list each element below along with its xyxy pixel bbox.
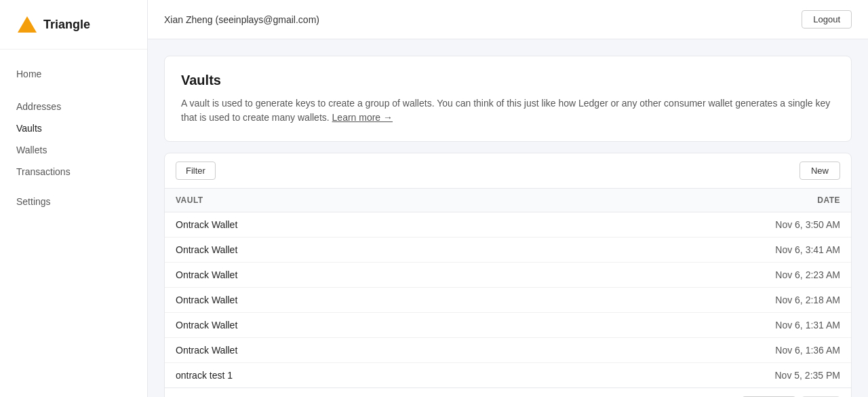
triangle-logo-icon — [16, 14, 38, 35]
sidebar-item-settings[interactable]: Settings — [0, 191, 147, 212]
sidebar-item-wallets[interactable]: Wallets — [0, 139, 147, 161]
vault-date-cell: Nov 6, 3:50 AM — [501, 212, 852, 238]
vaults-table-section: Filter New VAULT DATE Ontrack WalletNov … — [164, 153, 852, 397]
main-content: Xian Zheng (seeinplays@gmail.com) Logout… — [148, 0, 868, 397]
table-header-row: VAULT DATE — [165, 189, 851, 212]
vaults-description: A vault is used to generate keys to crea… — [181, 96, 835, 125]
table-row[interactable]: Ontrack WalletNov 6, 2:23 AM — [165, 263, 851, 288]
vaults-description-card: Vaults A vault is used to generate keys … — [164, 56, 852, 142]
vaults-table-body: Ontrack WalletNov 6, 3:50 AMOntrack Wall… — [165, 212, 851, 388]
vault-date-cell: Nov 6, 3:41 AM — [501, 238, 852, 263]
sidebar-item-vaults[interactable]: Vaults — [0, 117, 147, 139]
new-vault-button[interactable]: New — [800, 162, 840, 180]
sidebar-item-transactions[interactable]: Transactions — [0, 161, 147, 183]
sidebar-item-addresses[interactable]: Addresses — [0, 96, 147, 117]
vault-date-cell: Nov 6, 1:36 AM — [501, 338, 852, 363]
svg-marker-0 — [18, 16, 37, 33]
table-row[interactable]: Ontrack WalletNov 6, 1:36 AM — [165, 338, 851, 363]
table-footer: 7 results Previous Next — [165, 387, 851, 397]
learn-more-link[interactable]: Learn more → — [332, 111, 393, 125]
table-toolbar: Filter New — [165, 153, 851, 189]
filter-button[interactable]: Filter — [176, 162, 216, 180]
table-row[interactable]: Ontrack WalletNov 6, 3:50 AM — [165, 212, 851, 238]
col-vault-header: VAULT — [165, 189, 501, 212]
logout-button[interactable]: Logout — [802, 10, 852, 29]
vault-name-cell: Ontrack Wallet — [165, 263, 501, 288]
vault-date-cell: Nov 6, 1:31 AM — [501, 313, 852, 338]
vault-name-cell: Ontrack Wallet — [165, 338, 501, 363]
vault-date-cell: Nov 5, 2:35 PM — [501, 363, 852, 388]
vaults-title: Vaults — [181, 73, 835, 88]
table-row[interactable]: Ontrack WalletNov 6, 3:41 AM — [165, 238, 851, 263]
vault-name-cell: Ontrack Wallet — [165, 288, 501, 313]
header: Xian Zheng (seeinplays@gmail.com) Logout — [148, 0, 868, 39]
logo-text: Triangle — [43, 18, 90, 32]
col-date-header: DATE — [501, 189, 852, 212]
sidebar-item-home[interactable]: Home — [0, 63, 147, 85]
vaults-table: VAULT DATE Ontrack WalletNov 6, 3:50 AMO… — [165, 189, 851, 387]
page-content: Vaults A vault is used to generate keys … — [148, 39, 868, 397]
vault-name-cell: Ontrack Wallet — [165, 238, 501, 263]
table-row[interactable]: Ontrack WalletNov 6, 2:18 AM — [165, 288, 851, 313]
table-row[interactable]: ontrack test 1Nov 5, 2:35 PM — [165, 363, 851, 388]
table-row[interactable]: Ontrack WalletNov 6, 1:31 AM — [165, 313, 851, 338]
vault-date-cell: Nov 6, 2:23 AM — [501, 263, 852, 288]
vault-name-cell: Ontrack Wallet — [165, 212, 501, 238]
vault-date-cell: Nov 6, 2:18 AM — [501, 288, 852, 313]
logo-area: Triangle — [0, 0, 147, 50]
header-user-label: Xian Zheng (seeinplays@gmail.com) — [164, 14, 319, 25]
vault-name-cell: Ontrack Wallet — [165, 313, 501, 338]
sidebar: Triangle Home Addresses Vaults Wallets T… — [0, 0, 148, 397]
vault-name-cell: ontrack test 1 — [165, 363, 501, 388]
sidebar-nav: Home Addresses Vaults Wallets Transactio… — [0, 50, 147, 212]
